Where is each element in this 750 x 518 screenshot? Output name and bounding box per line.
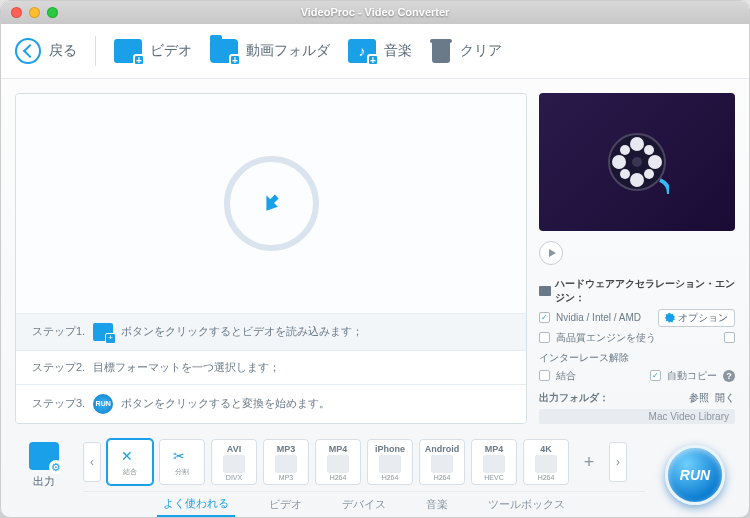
step-2: ステップ2. 目標フォーマットを一つ選択します；	[16, 350, 526, 384]
tool-icon: ✂	[173, 448, 191, 466]
format-icon	[535, 455, 557, 473]
format-strip: ‹ ✕結合✂分割AVIDIVXMP3MP3MP4H264iPhoneH264An…	[83, 434, 645, 491]
clear-label: クリア	[460, 42, 502, 60]
format-sub: H264	[330, 474, 347, 481]
drop-area	[16, 94, 526, 313]
run-button[interactable]: RUN	[665, 445, 725, 505]
format-icon	[223, 455, 245, 473]
format-icon	[483, 455, 505, 473]
help-icon[interactable]: ?	[723, 370, 735, 382]
add-music-button[interactable]: + 音楽	[348, 39, 412, 63]
option-label: オプション	[678, 311, 728, 325]
svg-point-2	[630, 173, 644, 187]
format-main: MP3	[277, 444, 296, 454]
format-main: 4K	[540, 444, 552, 454]
add-format-button[interactable]: +	[575, 439, 603, 485]
format-tile[interactable]: AndroidH264	[419, 439, 465, 485]
step3-text: ボタンをクリックすると変換を始めます。	[121, 396, 330, 411]
back-button[interactable]: 戻る	[15, 38, 77, 64]
format-sub: 結合	[123, 467, 137, 477]
output-folder-path: Mac Video Library	[539, 409, 735, 424]
trash-icon	[430, 39, 452, 63]
format-icon	[431, 455, 453, 473]
format-sub: H264	[538, 474, 555, 481]
svg-point-5	[620, 145, 630, 155]
hq-label: 高品質エンジンを使う	[556, 331, 656, 345]
format-tile[interactable]: 4KH264	[523, 439, 569, 485]
autocopy-label: 自動コピー	[667, 369, 717, 383]
format-tile[interactable]: AVIDIVX	[211, 439, 257, 485]
format-tile[interactable]: MP4HEVC	[471, 439, 517, 485]
nvidia-label: Nvidia / Intel / AMD	[556, 312, 641, 323]
hw-title: ハードウェアアクセラレーション・エンジン：	[555, 277, 735, 305]
format-sub: H264	[382, 474, 399, 481]
svg-point-7	[620, 169, 630, 179]
step2-label: ステップ2.	[32, 360, 85, 375]
main-area: ステップ1. ボタンをクリックするとビデオを読み込みます； ステップ2. 目標フ…	[1, 79, 749, 430]
merge-checkbox[interactable]	[539, 370, 550, 381]
format-main: AVI	[227, 444, 241, 454]
add-folder-button[interactable]: + 動画フォルダ	[210, 39, 330, 63]
option-button[interactable]: オプション	[658, 309, 735, 327]
tool-icon: ✕	[121, 448, 139, 466]
format-tile[interactable]: MP4H264	[315, 439, 361, 485]
run-icon-small: RUN	[93, 394, 113, 414]
autocopy-checkbox[interactable]	[650, 370, 661, 381]
back-icon	[15, 38, 41, 64]
format-tile[interactable]: ✕結合	[107, 439, 153, 485]
format-sub: 分割	[175, 467, 189, 477]
back-label: 戻る	[49, 42, 77, 60]
chevron-right-icon[interactable]: ›	[609, 442, 627, 482]
format-tile[interactable]: MP3MP3	[263, 439, 309, 485]
format-icon	[327, 455, 349, 473]
deinterlace-checkbox[interactable]	[724, 332, 735, 343]
step1-text: ボタンをクリックするとビデオを読み込みます；	[121, 324, 363, 339]
hq-checkbox[interactable]	[539, 332, 550, 343]
format-sub: MP3	[279, 474, 293, 481]
output-button[interactable]: 出力	[15, 434, 73, 517]
preview-pane	[539, 93, 735, 231]
film-reel-icon	[605, 130, 669, 194]
steps: ステップ1. ボタンをクリックするとビデオを読み込みます； ステップ2. 目標フ…	[16, 313, 526, 423]
format-main: iPhone	[375, 444, 405, 454]
svg-point-6	[644, 145, 654, 155]
format-sub: H264	[434, 474, 451, 481]
step2-text: 目標フォーマットを一つ選択します；	[93, 360, 280, 375]
tab-video[interactable]: ビデオ	[263, 493, 308, 516]
browse-button[interactable]: 参照	[689, 391, 709, 405]
format-main: MP4	[485, 444, 504, 454]
svg-point-4	[648, 155, 662, 169]
formats-area: ‹ ✕結合✂分割AVIDIVXMP3MP3MP4H264iPhoneH264An…	[83, 434, 645, 517]
run-area: RUN	[655, 434, 735, 517]
format-icon	[275, 455, 297, 473]
tab-popular[interactable]: よく使われる	[157, 492, 235, 517]
add-video-button[interactable]: + ビデオ	[114, 39, 192, 63]
tab-device[interactable]: デバイス	[336, 493, 392, 516]
app-window: VideoProc - Video Converter 戻る + ビデオ + 動…	[0, 0, 750, 518]
svg-point-1	[630, 137, 644, 151]
tab-music[interactable]: 音楽	[420, 493, 454, 516]
step1-label: ステップ1.	[32, 324, 85, 339]
format-tabs: よく使われる ビデオ デバイス 音楽 ツールボックス	[83, 491, 645, 517]
output-icon	[29, 442, 59, 470]
format-tile[interactable]: ✂分割	[159, 439, 205, 485]
chevron-left-icon[interactable]: ‹	[83, 442, 101, 482]
step-3: ステップ3. RUN ボタンをクリックすると変換を始めます。	[16, 384, 526, 423]
tab-toolbox[interactable]: ツールボックス	[482, 493, 571, 516]
video-icon: +	[114, 39, 142, 63]
format-tile[interactable]: iPhoneH264	[367, 439, 413, 485]
svg-point-9	[632, 157, 642, 167]
toolbar: 戻る + ビデオ + 動画フォルダ + 音楽 クリア	[1, 24, 749, 79]
open-button[interactable]: 開く	[715, 391, 735, 405]
output-folder-label: 出力フォルダ：	[539, 391, 609, 405]
hw-heading: ハードウェアアクセラレーション・エンジン：	[539, 277, 735, 305]
arrow-up-icon	[258, 190, 284, 216]
output-label: 出力	[33, 474, 55, 489]
add-folder-label: 動画フォルダ	[246, 42, 330, 60]
clear-button[interactable]: クリア	[430, 39, 502, 63]
play-button[interactable]	[539, 241, 563, 265]
drop-zone[interactable]: ステップ1. ボタンをクリックするとビデオを読み込みます； ステップ2. 目標フ…	[15, 93, 527, 424]
format-icon	[379, 455, 401, 473]
add-video-label: ビデオ	[150, 42, 192, 60]
nvidia-checkbox[interactable]	[539, 312, 550, 323]
